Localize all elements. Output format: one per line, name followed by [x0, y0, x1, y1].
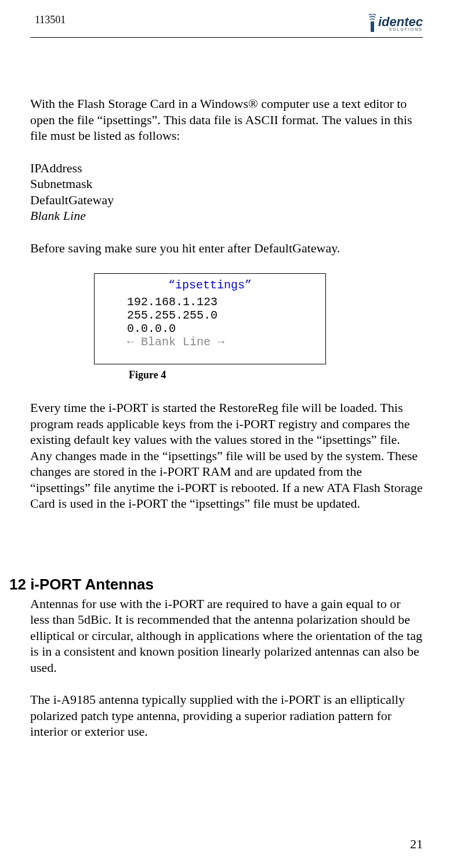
antenna-icon [368, 14, 377, 32]
figure-title: “ipsettings” [95, 279, 325, 292]
page-number: 21 [410, 837, 423, 852]
list-item: IPAddress [30, 160, 423, 176]
list-item: Blank Line [30, 208, 423, 224]
brand-logo: identec SOLUTIONS [368, 14, 423, 32]
page-header: 113501 identec SOLUTIONS [30, 14, 423, 32]
page-content: With the Flash Storage Card in a Windows… [30, 38, 423, 740]
figure-content: 192.168.1.123 255.255.255.0 0.0.0.0 ← Bl… [95, 292, 325, 349]
list-item: DefaultGateway [30, 192, 423, 208]
section-heading: 12 i-PORT Antennas [9, 576, 423, 594]
figure-line: ← Blank Line → [127, 335, 325, 349]
field-list: IPAddress Subnetmask DefaultGateway Blan… [30, 160, 423, 224]
svg-rect-0 [371, 21, 374, 32]
intro-paragraph: With the Flash Storage Card in a Windows… [30, 96, 423, 144]
figure-line: 192.168.1.123 [127, 295, 325, 309]
figure-line: 255.255.255.0 [127, 309, 325, 322]
section-paragraph-1: Antennas for use with the i-PORT are req… [30, 596, 423, 676]
after-figure-paragraph: Every time the i-PORT is started the Res… [30, 400, 423, 512]
before-save-paragraph: Before saving make sure you hit enter af… [30, 240, 423, 256]
ipsettings-figure: “ipsettings” 192.168.1.123 255.255.255.0… [94, 273, 326, 364]
document-id: 113501 [30, 14, 66, 26]
logo-text: identec [378, 16, 423, 28]
list-item: Subnetmask [30, 176, 423, 192]
logo-text-block: identec SOLUTIONS [378, 16, 423, 31]
figure-line: 0.0.0.0 [127, 322, 325, 335]
figure-caption: Figure 4 [129, 369, 423, 381]
section-paragraph-2: The i-A9185 antenna typically supplied w… [30, 692, 423, 740]
page: 113501 identec SOLUTIONS With the Flash … [0, 0, 453, 868]
